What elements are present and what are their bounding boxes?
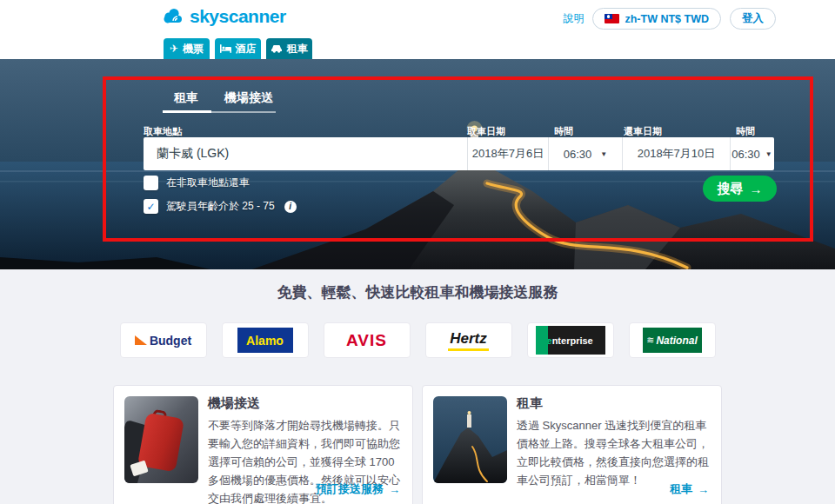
return-time-label: 時間 bbox=[736, 125, 755, 138]
alamo-logo: Alamo bbox=[237, 328, 293, 353]
partner-hertz[interactable]: Hertz bbox=[425, 322, 512, 358]
card-title: 租車 bbox=[517, 395, 543, 412]
pickup-location-label: 取車地點 bbox=[144, 125, 182, 138]
top-header: skyscanner 說明 zh-TW NT$ TWD 登入 bbox=[0, 0, 835, 59]
car-rental-link[interactable]: 租車 → bbox=[670, 481, 709, 497]
luggage-photo bbox=[124, 396, 198, 483]
content-section: 免費、輕鬆、快速比較租車和機場接送服務 Budget Alamo AVIS He… bbox=[0, 269, 835, 504]
arrow-right-icon: → bbox=[750, 182, 763, 196]
national-logo: ≋ National bbox=[643, 328, 702, 353]
tab-flights[interactable]: ✈ 機票 bbox=[164, 38, 210, 59]
partner-avis[interactable]: AVIS bbox=[324, 322, 411, 358]
driver-age-row: ✓ 駕駛員年齡介於 25 - 75 i bbox=[144, 199, 297, 214]
return-time-value: 06:30 bbox=[731, 148, 760, 161]
header-controls: 說明 zh-TW NT$ TWD 登入 bbox=[563, 8, 776, 30]
lighthouse-photo bbox=[433, 396, 507, 483]
search-button-label: 搜尋 bbox=[718, 181, 744, 197]
pickup-date-label: 取車日期 bbox=[467, 125, 505, 138]
partner-logos-row: Budget Alamo AVIS Hertz enterprise bbox=[0, 322, 835, 358]
active-tab-underline bbox=[163, 110, 211, 113]
budget-logo: Budget bbox=[135, 334, 191, 348]
card-body: 透過 Skyscanner 迅速找到便宜的租車價格並上路。搜尋全球各大租車公司，… bbox=[517, 416, 711, 489]
different-dropoff-label: 在非取車地點還車 bbox=[166, 176, 250, 190]
product-tabs: ✈ 機票 酒店 租車 bbox=[164, 38, 312, 59]
hero-section: 租車 機場接送 取車地點 取車日期 時間 還車日期 時間 2018年7月6日 0… bbox=[0, 59, 835, 269]
caret-down-icon: ▼ bbox=[765, 150, 772, 158]
enterprise-green-band bbox=[536, 326, 548, 355]
return-date-value: 2018年7月10日 bbox=[638, 146, 716, 162]
skyscanner-cloud-icon bbox=[162, 6, 186, 27]
locale-label: zh-TW NT$ TWD bbox=[625, 13, 709, 25]
info-icon[interactable]: i bbox=[284, 201, 297, 213]
pickup-date-value: 2018年7月6日 bbox=[472, 146, 544, 162]
form-tab-airport-transfer[interactable]: 機場接送 bbox=[224, 90, 273, 106]
national-swoosh-icon: ≋ bbox=[646, 335, 654, 346]
login-button[interactable]: 登入 bbox=[730, 8, 776, 30]
tab-hotels[interactable]: 酒店 bbox=[215, 38, 261, 59]
pickup-time-select[interactable]: 06:30 ▼ bbox=[548, 137, 622, 170]
tab-hotels-label: 酒店 bbox=[236, 42, 257, 56]
page: skyscanner 說明 zh-TW NT$ TWD 登入 ✈ 機票 bbox=[0, 0, 835, 504]
pickup-date-field[interactable]: 2018年7月6日 bbox=[467, 137, 548, 170]
different-dropoff-checkbox[interactable] bbox=[144, 176, 158, 190]
locale-currency-button[interactable]: zh-TW NT$ TWD bbox=[592, 8, 721, 30]
partner-national[interactable]: ≋ National bbox=[629, 322, 716, 358]
return-date-label: 還車日期 bbox=[624, 125, 662, 138]
tab-car-rental-label: 租車 bbox=[287, 42, 308, 56]
skyscanner-logo[interactable]: skyscanner bbox=[162, 6, 286, 27]
taiwan-flag-icon bbox=[605, 14, 619, 23]
feature-cards-row: 機場接送 不要等到降落才開始尋找機場轉接。只要輸入您的詳細資料，我們即可協助您選… bbox=[0, 385, 835, 504]
plane-icon: ✈ bbox=[170, 43, 178, 54]
check-icon: ✓ bbox=[146, 202, 155, 212]
avis-logo: AVIS bbox=[346, 331, 387, 350]
driver-age-label: 駕駛員年齡介於 25 - 75 bbox=[166, 199, 275, 214]
return-date-field[interactable]: 2018年7月10日 bbox=[622, 137, 730, 170]
arrow-right-icon: → bbox=[698, 483, 709, 496]
car-rental-card: 租車 透過 Skyscanner 迅速找到便宜的租車價格並上路。搜尋全球各大租車… bbox=[422, 385, 722, 504]
login-label: 登入 bbox=[742, 11, 764, 26]
driver-age-checkbox[interactable]: ✓ bbox=[144, 199, 158, 214]
pickup-time-label: 時間 bbox=[554, 125, 573, 138]
logo-wordmark: skyscanner bbox=[190, 6, 286, 27]
caret-down-icon: ▼ bbox=[600, 150, 607, 158]
section-heading: 免費、輕鬆、快速比較租車和機場接送服務 bbox=[0, 282, 835, 302]
car-icon bbox=[271, 44, 283, 53]
card-title: 機場接送 bbox=[208, 395, 260, 412]
pickup-location-cell bbox=[144, 137, 467, 170]
help-link[interactable]: 說明 bbox=[563, 11, 584, 26]
pickup-location-input[interactable] bbox=[157, 147, 444, 161]
tab-car-rental[interactable]: 租車 bbox=[266, 38, 312, 59]
bed-icon bbox=[220, 44, 231, 53]
search-button[interactable]: 搜尋 → bbox=[703, 176, 777, 202]
different-dropoff-row: 在非取車地點還車 bbox=[144, 176, 250, 190]
search-input-row: 2018年7月6日 06:30 ▼ 2018年7月10日 06:30 ▼ bbox=[144, 137, 774, 170]
form-tab-car-rental[interactable]: 租車 bbox=[174, 90, 198, 106]
partner-budget[interactable]: Budget bbox=[120, 322, 207, 358]
tab-flights-label: 機票 bbox=[183, 42, 204, 56]
airport-transfer-card: 機場接送 不要等到降落才開始尋找機場轉接。只要輸入您的詳細資料，我們即可協助您選… bbox=[113, 385, 413, 504]
pickup-time-value: 06:30 bbox=[564, 148, 592, 161]
tab-underline bbox=[211, 111, 276, 113]
arrow-right-icon: → bbox=[389, 483, 400, 496]
partner-enterprise[interactable]: enterprise bbox=[527, 322, 614, 358]
enterprise-logo: enterprise bbox=[536, 326, 605, 355]
hertz-logo: Hertz bbox=[448, 330, 489, 351]
partner-alamo[interactable]: Alamo bbox=[222, 322, 309, 358]
return-time-select[interactable]: 06:30 ▼ bbox=[730, 137, 773, 170]
budget-triangle-icon bbox=[135, 335, 147, 345]
book-transfer-link[interactable]: 預訂接送服務 → bbox=[316, 481, 400, 497]
